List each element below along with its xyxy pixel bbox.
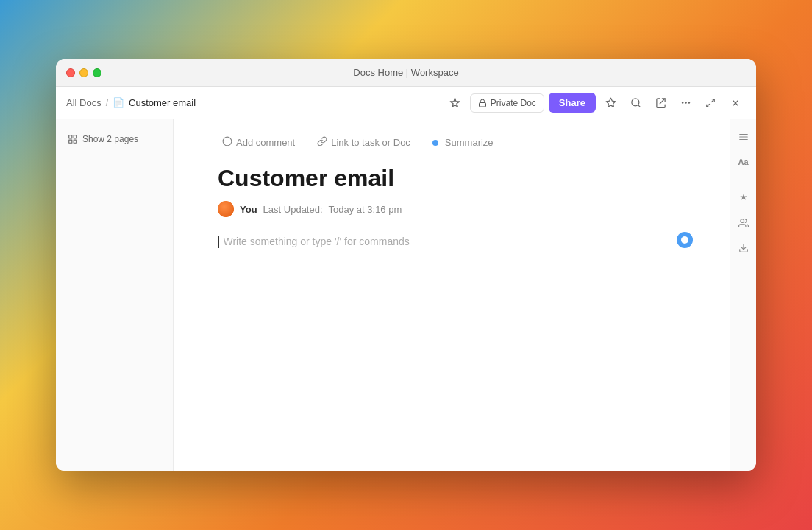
- editor-placeholder: Write something or type '/' for commands: [223, 236, 409, 247]
- svg-rect-13: [74, 140, 76, 143]
- toggle-sidebar-icon[interactable]: [733, 127, 754, 147]
- comment-icon: [222, 136, 232, 149]
- divider: [735, 180, 752, 180]
- show-pages-label: Show 2 pages: [82, 134, 138, 144]
- close-button[interactable]: [66, 68, 75, 77]
- last-updated-value: Today at 3:16 pm: [329, 204, 402, 215]
- breadcrumb-all-docs[interactable]: All Docs: [66, 97, 102, 108]
- right-sidebar: Aa: [730, 119, 756, 471]
- summarize-dot-icon: [432, 140, 438, 146]
- breadcrumb-current-doc: Customer email: [129, 97, 196, 108]
- avatar-image: [218, 201, 234, 217]
- title-bar: Docs Home | Workspace: [56, 59, 756, 87]
- svg-line-3: [638, 105, 640, 107]
- svg-point-16: [681, 236, 688, 244]
- export-button[interactable]: [650, 93, 671, 113]
- svg-rect-0: [479, 102, 485, 107]
- svg-point-6: [688, 102, 690, 104]
- doc-icon: 📄: [113, 97, 124, 108]
- svg-point-15: [223, 137, 232, 146]
- text-cursor: [218, 236, 219, 248]
- close-window-button[interactable]: [725, 93, 746, 113]
- svg-rect-14: [69, 140, 72, 143]
- svg-marker-1: [606, 98, 616, 107]
- collaborators-icon[interactable]: [733, 213, 754, 233]
- svg-line-8: [707, 104, 710, 107]
- breadcrumb-separator: /: [106, 98, 108, 108]
- summarize-button[interactable]: Summarize: [428, 135, 498, 150]
- window-title: Docs Home | Workspace: [353, 67, 458, 78]
- author-avatar: [218, 201, 234, 217]
- font-settings-icon[interactable]: Aa: [733, 152, 754, 172]
- nav-actions: Private Doc Share: [445, 93, 746, 113]
- left-sidebar: Show 2 pages: [56, 119, 174, 471]
- document-title[interactable]: Customer email: [218, 164, 685, 192]
- download-icon[interactable]: [733, 238, 754, 258]
- link-task-label: Link to task or Doc: [331, 137, 410, 148]
- link-task-button[interactable]: Link to task or Doc: [313, 134, 415, 151]
- private-doc-button[interactable]: Private Doc: [470, 93, 544, 113]
- svg-point-20: [740, 219, 744, 223]
- main-area: Show 2 pages Add comment: [56, 119, 756, 471]
- summarize-label: Summarize: [445, 137, 494, 148]
- doc-content: Add comment Link to task or Doc Summariz…: [174, 119, 730, 471]
- doc-toolbar: Add comment Link to task or Doc Summariz…: [218, 134, 685, 151]
- app-window: Docs Home | Workspace All Docs / 📄 Custo…: [56, 59, 756, 471]
- last-updated-label: Last Updated:: [263, 204, 323, 215]
- pin-icon-btn[interactable]: [445, 93, 466, 113]
- svg-point-4: [681, 102, 683, 104]
- add-comment-button[interactable]: Add comment: [218, 134, 299, 151]
- star-button[interactable]: [600, 93, 621, 113]
- traffic-lights: [56, 68, 102, 77]
- doc-meta: You Last Updated: Today at 3:16 pm: [218, 201, 685, 217]
- fullscreen-button[interactable]: [700, 93, 721, 113]
- maximize-button[interactable]: [93, 68, 102, 77]
- font-icon-label: Aa: [738, 158, 748, 166]
- share-button[interactable]: Share: [549, 93, 596, 113]
- add-comment-label: Add comment: [236, 137, 295, 148]
- svg-rect-11: [69, 135, 72, 138]
- link-icon: [317, 136, 327, 149]
- minimize-button[interactable]: [79, 68, 88, 77]
- search-button[interactable]: [625, 93, 646, 113]
- more-options-button[interactable]: [675, 93, 696, 113]
- breadcrumb: All Docs / 📄 Customer email: [66, 97, 445, 108]
- svg-rect-12: [74, 135, 76, 138]
- private-doc-label: Private Doc: [491, 98, 536, 108]
- svg-line-7: [711, 99, 714, 102]
- doc-editor-area[interactable]: Write something or type '/' for commands: [218, 235, 685, 248]
- nav-bar: All Docs / 📄 Customer email Private Doc …: [56, 87, 756, 119]
- doc-author: You: [240, 204, 257, 215]
- svg-point-5: [685, 102, 687, 104]
- editor-status-icon: [677, 232, 693, 248]
- sparkle-icon[interactable]: [733, 188, 754, 208]
- show-pages-button[interactable]: Show 2 pages: [65, 131, 164, 147]
